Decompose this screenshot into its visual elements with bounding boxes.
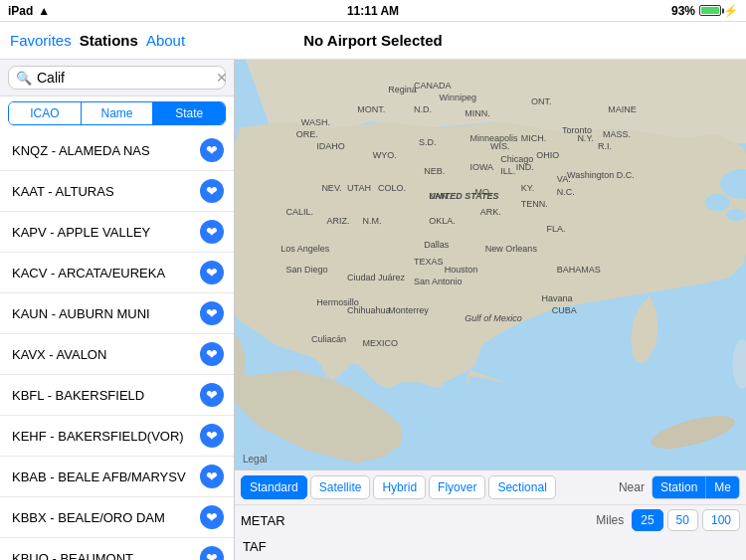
airport-code: KEHF - BAKERSFIELD(VOR) [12,429,200,444]
search-wrapper: 🔍 ✕ [8,66,226,90]
miles-25[interactable]: 25 [632,509,662,531]
airport-item[interactable]: KAVX - AVALON ❤ [0,334,234,375]
airport-label: KNQZ - ALAMEDA NAS [12,143,200,158]
add-favorite-button[interactable]: ❤ [200,546,224,560]
airport-code: KBBX - BEALE/ORO DAM [12,510,200,525]
nav-bar: Favorites Stations About No Airport Sele… [0,22,746,60]
search-icon: 🔍 [16,71,32,86]
airport-label: KBAB - BEALE AFB/MARYSV [12,469,200,484]
airport-item[interactable]: KACV - ARCATA/EUREKA ❤ [0,253,234,293]
legal-label: Legal [243,454,267,465]
airport-item[interactable]: KAUN - AUBURN MUNI ❤ [0,293,234,334]
nav-title: No Airport Selected [303,32,442,49]
airport-item[interactable]: KAPV - APPLE VALLEY ❤ [0,212,234,253]
search-bar: 🔍 ✕ [0,60,234,96]
airport-code: KAVX - AVALON [12,347,200,362]
charging-icon: ⚡ [723,4,738,18]
segment-control: ICAO Name State [8,101,226,125]
airport-label: KAPV - APPLE VALLEY [12,225,200,240]
miles-50[interactable]: 50 [667,509,698,531]
airport-code: KNQZ - ALAMEDA NAS [12,143,200,158]
airport-item[interactable]: KBUO - BEAUMONT ❤ [0,538,234,560]
airport-label: KBFL - BAKERSFIELD [12,388,200,403]
airport-code: KAPV - APPLE VALLEY [12,225,200,240]
add-favorite-button[interactable]: ❤ [200,383,224,407]
clear-icon[interactable]: ✕ [216,70,228,86]
miles-label: Miles [596,513,624,527]
svg-point-2 [705,194,730,211]
add-favorite-button[interactable]: ❤ [200,424,224,448]
airport-label: KBUO - BEAUMONT [12,551,200,561]
airport-item[interactable]: KEHF - BAKERSFIELD(VOR) ❤ [0,416,234,457]
station-button[interactable]: Station [653,476,705,498]
airport-label: KBBX - BEALE/ORO DAM [12,510,200,525]
station-me-group: Station Me [652,475,740,499]
airport-label: KACV - ARCATA/EUREKA [12,266,200,280]
add-favorite-button[interactable]: ❤ [200,261,224,284]
miles-row: METAR Miles 25 50 100 [235,505,746,535]
right-panel: WASH.MONT.N.D.MINN.ONT.IDAHOWYO.S.D.Minn… [235,60,746,560]
segment-icao[interactable]: ICAO [9,102,81,124]
map-type-hybrid[interactable]: Hybrid [373,475,426,499]
airport-code: KAAT - ALTURAS [12,184,200,199]
segment-name[interactable]: Name [81,102,153,124]
map-type-bar: Standard Satellite Hybrid Flyover Sectio… [235,470,746,505]
near-label: Near [619,480,645,494]
status-right: 93% ⚡ [671,4,738,18]
add-favorite-button[interactable]: ❤ [200,505,224,529]
carrier-label: iPad [8,4,33,18]
nav-favorites[interactable]: Favorites [10,32,72,49]
airport-label: KEHF - BAKERSFIELD(VOR) [12,429,200,444]
taf-label: TAF [243,539,267,554]
main-layout: 🔍 ✕ ICAO Name State KNQZ - ALAMEDA NAS ❤… [0,60,746,560]
taf-row: TAF [235,535,746,560]
airport-label: KAAT - ALTURAS [12,184,200,199]
status-time: 11:11 AM [347,4,399,18]
map-type-standard[interactable]: Standard [241,475,307,499]
map-svg [235,60,746,469]
add-favorite-button[interactable]: ❤ [200,342,224,366]
add-favorite-button[interactable]: ❤ [200,465,224,488]
airport-label: KAVX - AVALON [12,347,200,362]
airport-item[interactable]: KBBX - BEALE/ORO DAM ❤ [0,497,234,538]
map-type-satellite[interactable]: Satellite [310,475,371,499]
airport-code: KBFL - BAKERSFIELD [12,388,200,403]
me-button[interactable]: Me [705,476,739,498]
airport-item[interactable]: KBAB - BEALE AFB/MARYSV ❤ [0,457,234,497]
status-bar: iPad ▲ 11:11 AM 93% ⚡ [0,0,746,22]
airport-item[interactable]: KAAT - ALTURAS ❤ [0,171,234,212]
airport-list: KNQZ - ALAMEDA NAS ❤ KAAT - ALTURAS ❤ KA… [0,130,234,560]
status-left: iPad ▲ [8,4,50,18]
map-bottom: Standard Satellite Hybrid Flyover Sectio… [235,469,746,560]
metar-label: METAR [241,513,285,528]
airport-code: KAUN - AUBURN MUNI [12,306,200,321]
airport-item[interactable]: KNQZ - ALAMEDA NAS ❤ [0,130,234,171]
airport-code: KBUO - BEAUMONT [12,551,200,561]
battery-icon: ⚡ [699,4,738,18]
map-type-flyover[interactable]: Flyover [429,475,485,499]
wifi-icon: ▲ [38,4,50,18]
battery-percent: 93% [671,4,695,18]
airport-label: KAUN - AUBURN MUNI [12,306,200,321]
add-favorite-button[interactable]: ❤ [200,220,224,244]
add-favorite-button[interactable]: ❤ [200,179,224,203]
airport-code: KACV - ARCATA/EUREKA [12,266,200,280]
map-type-sectional[interactable]: Sectional [488,475,555,499]
map-container[interactable]: WASH.MONT.N.D.MINN.ONT.IDAHOWYO.S.D.Minn… [235,60,746,469]
segment-state[interactable]: State [152,102,225,124]
left-panel: 🔍 ✕ ICAO Name State KNQZ - ALAMEDA NAS ❤… [0,60,235,560]
airport-item[interactable]: KBFL - BAKERSFIELD ❤ [0,375,234,416]
add-favorite-button[interactable]: ❤ [200,138,224,162]
add-favorite-button[interactable]: ❤ [200,301,224,325]
miles-100[interactable]: 100 [702,509,740,531]
nav-about[interactable]: About [146,32,185,49]
nav-stations[interactable]: Stations [80,32,138,49]
search-input[interactable] [37,70,211,86]
svg-point-3 [726,209,746,221]
airport-code: KBAB - BEALE AFB/MARYSV [12,469,200,484]
